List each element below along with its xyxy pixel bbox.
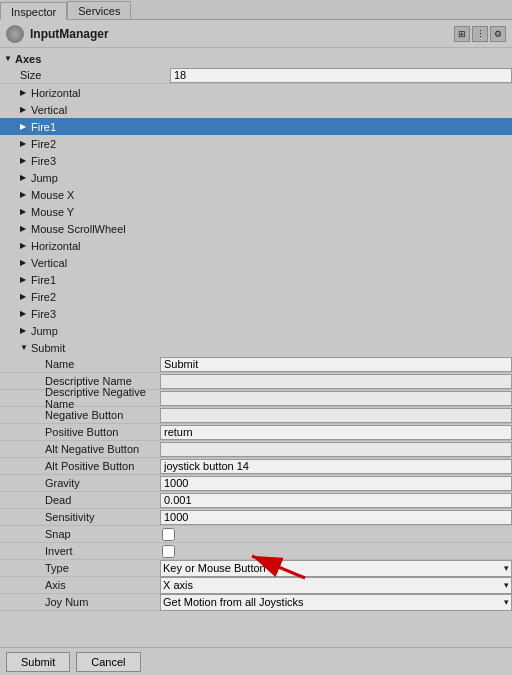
- tree-item-vertical[interactable]: ▶ Vertical: [0, 101, 512, 118]
- settings-button[interactable]: ⚙: [490, 26, 506, 42]
- prop-pos-btn-input[interactable]: [160, 425, 512, 440]
- prop-gravity-row: Gravity: [0, 475, 512, 492]
- prop-joynum-label: Joy Num: [0, 596, 160, 608]
- inputmanager-icon: [6, 25, 24, 43]
- prop-axis-label: Axis: [0, 579, 160, 591]
- axes-label: Axes: [15, 53, 41, 65]
- tree-item-scrollwheel[interactable]: ▶ Mouse ScrollWheel: [0, 220, 512, 237]
- prop-invert-label: Invert: [0, 545, 160, 557]
- prop-sensitivity-input[interactable]: [160, 510, 512, 525]
- prop-invert-row: Invert: [0, 543, 512, 560]
- prop-alt-pos-btn-label: Alt Positive Button: [0, 460, 160, 472]
- submit-properties: Name Descriptive Name Descriptive Negati…: [0, 356, 512, 611]
- prop-alt-neg-btn-input[interactable]: [160, 442, 512, 457]
- tree-item-jump2[interactable]: ▶ Jump: [0, 322, 512, 339]
- tree-item-vertical2[interactable]: ▶ Vertical: [0, 254, 512, 271]
- tab-services[interactable]: Services: [67, 1, 131, 19]
- prop-pos-btn-row: Positive Button: [0, 424, 512, 441]
- header-buttons: ⊞ ⋮ ⚙: [454, 26, 506, 42]
- prop-name-row: Name: [0, 356, 512, 373]
- prop-desc-neg-name-input[interactable]: [160, 391, 512, 406]
- bottom-bar: Submit Cancel: [0, 647, 512, 675]
- size-row: Size: [0, 67, 512, 84]
- prop-invert-checkbox[interactable]: [162, 545, 175, 558]
- tree-item-mousex[interactable]: ▶ Mouse X: [0, 186, 512, 203]
- prop-dead-label: Dead: [0, 494, 160, 506]
- tree-item-fire3b[interactable]: ▶ Fire3: [0, 305, 512, 322]
- tree-item-fire2b[interactable]: ▶ Fire2: [0, 288, 512, 305]
- prop-sensitivity-row: Sensitivity: [0, 509, 512, 526]
- prop-joynum-row: Joy Num Get Motion from all Joysticks Jo…: [0, 594, 512, 611]
- prop-alt-neg-btn-row: Alt Negative Button: [0, 441, 512, 458]
- prop-dead-input[interactable]: [160, 493, 512, 508]
- tab-bar: Inspector Services: [0, 0, 512, 20]
- prop-desc-neg-name-row: Descriptive Negative Name: [0, 390, 512, 407]
- prop-alt-pos-btn-row: Alt Positive Button: [0, 458, 512, 475]
- prop-alt-neg-btn-label: Alt Negative Button: [0, 443, 160, 455]
- tree-item-fire1b[interactable]: ▶ Fire1: [0, 271, 512, 288]
- prop-axis-row: Axis X axis Y axis Z axis: [0, 577, 512, 594]
- size-input[interactable]: [170, 68, 512, 83]
- tree-item-fire2[interactable]: ▶ Fire2: [0, 135, 512, 152]
- prop-name-label: Name: [0, 358, 160, 370]
- tree-item-fire1[interactable]: ▶ Fire1: [0, 118, 512, 135]
- tree-item-jump[interactable]: ▶ Jump: [0, 169, 512, 186]
- tab-inspector[interactable]: Inspector: [0, 2, 67, 20]
- prop-alt-pos-btn-input[interactable]: [160, 459, 512, 474]
- prop-joynum-select[interactable]: Get Motion from all Joysticks Joystick 1…: [160, 594, 512, 611]
- axes-tree: ▼ Axes Size ▶ Horizontal ▶ Vertical ▶ Fi…: [0, 48, 512, 613]
- axes-arrow: ▼: [4, 54, 12, 63]
- tree-item-horizontal2[interactable]: ▶ Horizontal: [0, 237, 512, 254]
- tree-item-fire3[interactable]: ▶ Fire3: [0, 152, 512, 169]
- prop-axis-select-wrapper: X axis Y axis Z axis: [160, 577, 512, 594]
- submit-button[interactable]: Submit: [6, 652, 70, 672]
- prop-dead-row: Dead: [0, 492, 512, 509]
- prop-type-select[interactable]: Key or Mouse Button Mouse Movement Joyst…: [160, 560, 512, 577]
- tree-item-submit[interactable]: ▼ Submit: [0, 339, 512, 356]
- lock-button[interactable]: ⊞: [454, 26, 470, 42]
- prop-type-row: Type Key or Mouse Button Mouse Movement …: [0, 560, 512, 577]
- tree-item-mousey[interactable]: ▶ Mouse Y: [0, 203, 512, 220]
- tree-item-horizontal[interactable]: ▶ Horizontal: [0, 84, 512, 101]
- prop-desc-neg-name-label: Descriptive Negative Name: [0, 386, 160, 410]
- prop-sensitivity-label: Sensitivity: [0, 511, 160, 523]
- prop-neg-btn-label: Negative Button: [0, 409, 160, 421]
- size-label: Size: [20, 69, 170, 81]
- prop-neg-btn-row: Negative Button: [0, 407, 512, 424]
- prop-axis-select[interactable]: X axis Y axis Z axis: [160, 577, 512, 594]
- header: InputManager ⊞ ⋮ ⚙: [0, 20, 512, 48]
- prop-neg-btn-input[interactable]: [160, 408, 512, 423]
- prop-gravity-label: Gravity: [0, 477, 160, 489]
- prop-gravity-input[interactable]: [160, 476, 512, 491]
- header-title: InputManager: [30, 27, 454, 41]
- prop-snap-checkbox[interactable]: [162, 528, 175, 541]
- cancel-button[interactable]: Cancel: [76, 652, 140, 672]
- prop-type-label: Type: [0, 562, 160, 574]
- axes-root[interactable]: ▼ Axes: [0, 50, 512, 67]
- prop-snap-label: Snap: [0, 528, 160, 540]
- prop-snap-row: Snap: [0, 526, 512, 543]
- prop-type-select-wrapper: Key or Mouse Button Mouse Movement Joyst…: [160, 560, 512, 577]
- prop-desc-name-input[interactable]: [160, 374, 512, 389]
- prop-joynum-select-wrapper: Get Motion from all Joysticks Joystick 1…: [160, 594, 512, 611]
- prop-pos-btn-label: Positive Button: [0, 426, 160, 438]
- main-content: ▼ Axes Size ▶ Horizontal ▶ Vertical ▶ Fi…: [0, 48, 512, 647]
- more-button[interactable]: ⋮: [472, 26, 488, 42]
- prop-name-input[interactable]: [160, 357, 512, 372]
